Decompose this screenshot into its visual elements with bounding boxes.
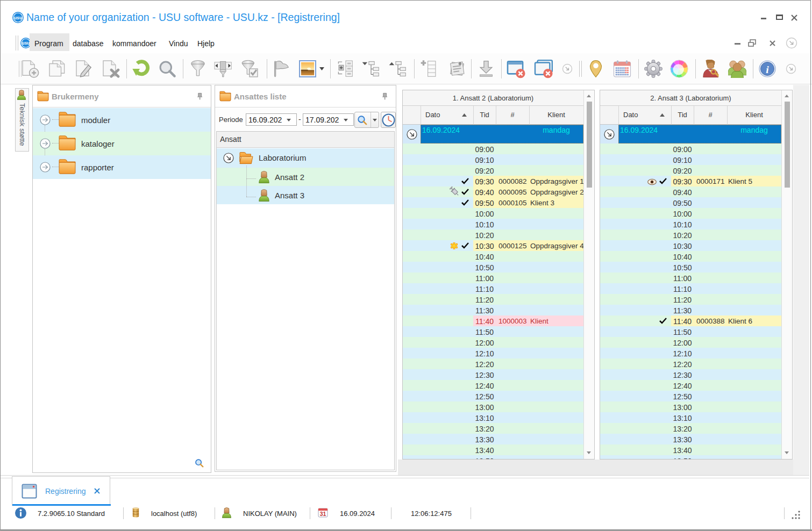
svg-text:i: i <box>766 63 769 75</box>
svg-text:usu: usu <box>22 40 30 46</box>
svg-text:31: 31 <box>320 511 326 517</box>
svg-text:usu: usu <box>14 15 23 20</box>
